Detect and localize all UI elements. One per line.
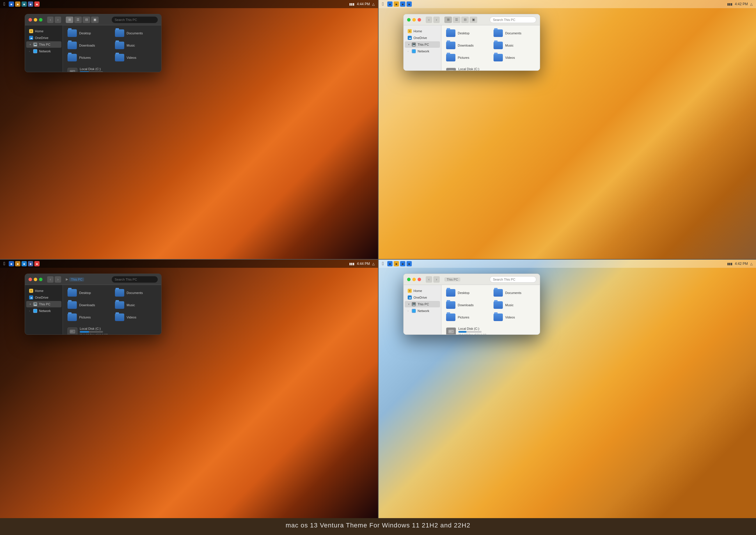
file-videos-tr[interactable]: Videos [492, 53, 537, 63]
traffic-lights-tr[interactable] [407, 18, 421, 21]
sidebar-item-thispc-tr[interactable]: ▼ 💻 This PC [405, 41, 440, 48]
explorer-window-tr: ‹ › ⊞ ☰ ⊟ ▣ ★ Home ☁ [403, 14, 540, 71]
apple-menu-icon-bl[interactable]:  [4, 261, 5, 266]
taskbar-icon-br-3: ■ [400, 261, 405, 266]
sidebar-item-thispc-tl[interactable]: ▼ 💻 This PC [26, 41, 61, 48]
maximize-button-tr[interactable] [407, 18, 411, 21]
sidebar-item-home-tl[interactable]: ★ Home [26, 28, 61, 34]
view-list-tr[interactable]: ☰ [453, 16, 460, 23]
file-pictures-tl[interactable]: Pictures [66, 53, 111, 63]
close-button-tl[interactable] [29, 18, 32, 21]
file-documents-tl[interactable]: Documents [113, 28, 158, 38]
sidebar-item-network-bl[interactable]: › 🌐 Network [26, 308, 61, 314]
file-downloads-tl[interactable]: Downloads [66, 41, 111, 50]
minimize-button-bl[interactable] [34, 278, 37, 281]
device-hdd-tr[interactable]: Local Disk (C:) 35.9 GB free of 59.2 GB [444, 66, 537, 70]
back-arrow-tl[interactable]: ‹ [47, 16, 54, 23]
close-button-br[interactable] [418, 278, 421, 281]
forward-arrow-tl[interactable]: › [55, 16, 61, 23]
sidebar-item-thispc-br[interactable]: ▼ 💻 This PC [405, 301, 440, 307]
view-preview-tr[interactable]: ▣ [470, 16, 477, 23]
devices-tl: Local Disk (C:) 35.9 GB free of 59.2 GB [66, 66, 158, 72]
minimize-button-tl[interactable] [34, 18, 37, 21]
file-videos-tl[interactable]: Videos [113, 53, 158, 63]
apple-menu-icon-br[interactable]:  [382, 261, 384, 266]
device-hdd-br[interactable]: Local Disk (C:) 38.9 GB free of 59.2 GB [444, 326, 537, 334]
view-columns-tr[interactable]: ⊟ [461, 16, 469, 23]
taskbar-icon-bl-4: ■ [28, 261, 33, 266]
file-downloads-br[interactable]: Downloads [444, 300, 489, 310]
back-arrow-tr[interactable]: ‹ [426, 16, 432, 23]
close-button-bl[interactable] [29, 278, 32, 281]
breadcrumb-thispc-bl[interactable]: This PC [69, 277, 84, 281]
maximize-button-bl[interactable] [39, 278, 42, 281]
apple-menu-icon-tr[interactable]:  [382, 1, 384, 7]
network-icon-bl: 🌐 [33, 309, 37, 313]
minimize-button-tr[interactable] [412, 18, 416, 21]
device-hdd-bl[interactable]: Local Disk (C:) 35.9 GB free of 59.2 GB [66, 326, 158, 334]
file-desktop-tr[interactable]: Desktop [444, 28, 489, 38]
file-videos-br[interactable]: Videos [492, 312, 537, 322]
quadrant-top-right:  ■ ■ ■ ■ ▮▮▮ 4:42 PM △ ‹ [378, 0, 756, 259]
search-input-tr[interactable] [490, 16, 536, 23]
file-videos-bl[interactable]: Videos [113, 312, 158, 322]
file-desktop-tl[interactable]: Desktop [66, 28, 111, 38]
folder-icon-dl-br [446, 301, 455, 309]
traffic-lights-bl[interactable] [29, 278, 42, 281]
sidebar-item-thispc-bl[interactable]: ▼ 💻 This PC [26, 301, 61, 307]
taskbar-icon-bl-2: ■ [15, 261, 20, 266]
maximize-button-br[interactable] [407, 278, 411, 281]
breadcrumb-thispc-br[interactable]: This PC [444, 277, 460, 281]
file-music-bl[interactable]: Music [113, 300, 158, 310]
menubar-battery: ▮▮▮ [349, 2, 354, 6]
maximize-button-tl[interactable] [39, 18, 42, 21]
forward-arrow-tr[interactable]: › [433, 16, 440, 23]
forward-arrow-bl[interactable]: › [55, 276, 61, 283]
minimize-button-br[interactable] [412, 278, 416, 281]
search-input-bl[interactable] [112, 276, 158, 283]
sidebar-item-onedrive-tl[interactable]: ☁ OneDrive [26, 35, 61, 41]
file-documents-br[interactable]: Documents [492, 288, 537, 298]
device-hdd-tl[interactable]: Local Disk (C:) 35.9 GB free of 59.2 GB [66, 66, 158, 72]
view-grid-tr[interactable]: ⊞ [444, 16, 452, 23]
sidebar-item-network-br[interactable]: › 🌐 Network [405, 308, 440, 314]
file-downloads-bl[interactable]: Downloads [66, 300, 111, 310]
file-music-tl[interactable]: Music [113, 41, 158, 50]
view-preview-tl[interactable]: ▣ [91, 16, 99, 23]
folder-icon-docs-br [494, 289, 503, 296]
sidebar-item-home-br[interactable]: ★ Home [405, 288, 440, 294]
sidebar-item-onedrive-br[interactable]: ☁ OneDrive [405, 294, 440, 301]
thispc-icon-br: 💻 [412, 302, 416, 306]
view-list-tl[interactable]: ☰ [74, 16, 82, 23]
sidebar-item-home-bl[interactable]: ★ Home [26, 288, 61, 294]
apple-menu-icon[interactable]:  [4, 1, 5, 7]
file-pictures-bl[interactable]: Pictures [66, 312, 111, 322]
file-desktop-br[interactable]: Desktop [444, 288, 489, 298]
file-music-tr[interactable]: Music [492, 41, 537, 50]
search-input-tl[interactable] [112, 16, 158, 23]
menubar-right-bl: ▮▮▮ 4:44 PM △ [349, 262, 374, 266]
search-input-br[interactable] [490, 276, 536, 283]
close-button-tr[interactable] [418, 18, 421, 21]
sidebar-item-onedrive-bl[interactable]: ☁ OneDrive [26, 294, 61, 301]
file-documents-tr[interactable]: Documents [492, 28, 537, 38]
sidebar-item-home-tr[interactable]: ★ Home [405, 28, 440, 34]
forward-arrow-br[interactable]: › [433, 276, 440, 283]
file-pictures-tr[interactable]: Pictures [444, 53, 489, 63]
traffic-lights-br[interactable] [407, 278, 421, 281]
sidebar-item-network-tr[interactable]: › 🌐 Network [405, 48, 440, 54]
back-arrow-bl[interactable]: ‹ [47, 276, 54, 283]
file-downloads-tr[interactable]: Downloads [444, 41, 489, 50]
view-grid-tl[interactable]: ⊞ [66, 16, 73, 23]
file-documents-bl[interactable]: Documents [113, 288, 158, 298]
view-columns-tl[interactable]: ⊟ [83, 16, 90, 23]
file-music-br[interactable]: Music [492, 300, 537, 310]
menubar-right-tr: ▮▮▮ 4:42 PM △ [727, 2, 752, 6]
file-pictures-br[interactable]: Pictures [444, 312, 489, 322]
traffic-lights-tl[interactable] [29, 18, 42, 21]
sidebar-item-network-tl[interactable]: › 🌐 Network [26, 48, 61, 54]
back-arrow-br[interactable]: ‹ [426, 276, 432, 283]
thispc-chevron-tl: ▼ [29, 43, 31, 46]
sidebar-item-onedrive-tr[interactable]: ☁ OneDrive [405, 35, 440, 41]
file-desktop-bl[interactable]: Desktop [66, 288, 111, 298]
